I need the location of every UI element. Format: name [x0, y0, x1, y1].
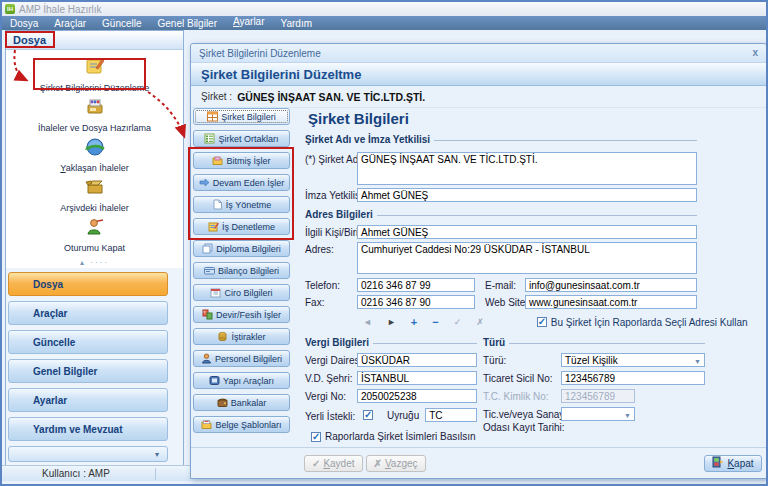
email-input[interactable]: info@gunesinsaat.com.tr [525, 278, 697, 292]
dialog-titlebar: Şirket Bilgilerini Düzenleme x [191, 44, 766, 63]
nav-prev-icon[interactable]: ◄ [363, 317, 372, 327]
group-address-title: Adres Bilgileri [305, 209, 697, 220]
company-name-input[interactable]: GÜNEŞ İNŞAAT SAN. VE TİC.LTD.ŞTİ. [357, 152, 697, 185]
machine-icon [209, 375, 220, 386]
contact-input[interactable]: Ahmet GÜNEŞ [357, 225, 697, 239]
sidebar: Dosya Şirket Bilgilerini Düzenleme İhale… [5, 30, 184, 467]
website-input[interactable]: www.gunesinsaat.com.tr [525, 295, 697, 309]
sidebar-item-label: Şirket Bilgilerini Düzenleme [40, 83, 150, 93]
section-overflow-chevron[interactable]: ▾ [8, 446, 168, 462]
company-row: Şirket : GÜNEŞ İNŞAAT SAN. VE TİC.LTD.ŞT… [191, 86, 766, 108]
contact-label: İlgili Kişi/Birim: [305, 225, 357, 238]
section-guncelle[interactable]: Güncelle [8, 330, 168, 354]
tab-belge-sablonlari[interactable]: Belge Şablonları [193, 416, 290, 433]
use-address-checkbox[interactable] [537, 317, 547, 327]
menu-genel-bilgiler[interactable]: Genel Bilgiler [150, 16, 225, 30]
section-ayarlar[interactable]: Ayarlar [8, 388, 168, 412]
sidebar-item-sirket-bilgileri[interactable]: Şirket Bilgilerini Düzenleme [6, 56, 183, 96]
close-icon[interactable]: x [752, 48, 758, 58]
tab-ciro-bilgileri[interactable]: Ciro Bilgileri [193, 284, 290, 301]
sidebar-item-arsivdeki-ihaleler[interactable]: Arşivdeki İhaleler [6, 176, 183, 216]
calendar-icon [210, 287, 221, 298]
tax-no-input[interactable]: 2050025238 [357, 389, 477, 403]
menu-araclar[interactable]: Araçlar [46, 16, 94, 30]
chamber-date-select[interactable]: ▼ [561, 407, 635, 421]
sidebar-item-ihaleler-dosya[interactable]: İhaleler ve Dosya Hazırlama [6, 96, 183, 136]
tc-id-input: 123456789 [561, 389, 635, 403]
tab-istirakler[interactable]: İştirakler [193, 328, 290, 345]
print-names-label: Raporlarda Şirket İsimleri Basılsın [325, 431, 476, 442]
sidebar-header: Dosya [6, 31, 183, 50]
tab-diploma-bilgileri[interactable]: Diploma Bilgileri [193, 240, 290, 257]
cancel-button[interactable]: ✗Vazgeç [366, 455, 426, 472]
tab-is-yonetme[interactable]: İş Yönetme [193, 196, 290, 213]
tab-personel-bilgileri[interactable]: Personel Bilgileri [193, 350, 290, 367]
tax-office-input[interactable]: ÜSKÜDAR [357, 353, 477, 367]
record-navigator: ◄ ► + − ✓ ✗ Bu Şirket İçin Raporlarda Se… [363, 316, 697, 328]
dialog-title: Şirket Bilgilerini Düzenleme [199, 48, 321, 59]
dialog-header-text: Şirket Bilgilerini Düzeltme [201, 67, 361, 82]
window-title: AMP İhale Hazırlık [19, 4, 102, 15]
tab-bitmis-isler[interactable]: Bitmiş İşler [193, 152, 290, 169]
nav-post-icon[interactable]: ✓ [454, 317, 462, 327]
edit-pad-icon [208, 221, 219, 232]
tab-sirket-ortaklari[interactable]: Şirket Ortakları [193, 130, 290, 147]
dialog-footer: ✓Kaydet ✗Vazgeç Kapat [191, 447, 766, 478]
email-label: E-mail: [485, 278, 525, 291]
wallet-icon [217, 397, 228, 408]
tab-bankalar[interactable]: Bankalar [193, 394, 290, 411]
status-user: Kullanıcı : AMP [42, 468, 110, 479]
menu-dosya[interactable]: Dosya [2, 16, 46, 30]
use-address-option[interactable]: Bu Şirket İçin Raporlarda Seçli Adresi K… [537, 317, 748, 328]
collapse-grip[interactable]: ▴ ···· [6, 256, 183, 268]
tc-id-label: T.C. Kimlik No: [483, 389, 561, 402]
tab-yapi-araclari[interactable]: Yapı Araçları [193, 372, 290, 389]
nav-cancel-icon[interactable]: ✗ [476, 317, 484, 327]
nav-add-icon[interactable]: + [411, 316, 417, 328]
page-title: Şirket Bilgileri [308, 110, 409, 127]
section-araclar[interactable]: Araçlar [8, 301, 168, 325]
svg-text:*: * [204, 311, 206, 316]
printer-icon [84, 96, 106, 122]
address-label: Adres: [305, 242, 357, 255]
menu-yardim[interactable]: Yardım [273, 16, 321, 30]
save-button[interactable]: ✓Kaydet [304, 455, 363, 472]
trade-registry-input[interactable]: 123456789 [561, 371, 705, 385]
tab-is-denetleme[interactable]: İş Denetleme [193, 218, 290, 235]
section-genel-bilgiler[interactable]: Genel Bilgiler [8, 359, 168, 383]
tax-city-input[interactable]: İSTANBUL [357, 371, 477, 385]
nav-delete-icon[interactable]: − [432, 316, 438, 328]
type-select[interactable]: Tüzel Kişilik▼ [561, 353, 705, 367]
company-name-label: (*) Şirket Adı: [305, 152, 357, 165]
fax-input[interactable]: 0216 346 87 90 [357, 295, 475, 309]
signer-input[interactable]: Ahmet GÜNEŞ [357, 188, 697, 202]
tab-bilanco-bilgileri[interactable]: Bilanço Bilgileri [193, 262, 290, 279]
tax-city-label: V.D. Şehri: [305, 371, 357, 384]
group-type-title: Türü [483, 337, 705, 348]
address-input[interactable]: Cumhuriyet Caddesi No:29 ÜSKÜDAR - İSTAN… [357, 242, 697, 274]
print-names-checkbox[interactable] [311, 432, 321, 442]
menu-guncelle[interactable]: Güncelle [94, 16, 149, 30]
phone-input[interactable]: 0216 346 87 99 [357, 278, 475, 292]
fax-label: Fax: [305, 295, 357, 308]
tab-devir-fesih-isler[interactable]: *Devir/Fesih İşler [193, 306, 290, 323]
nationality-input[interactable]: TC [425, 408, 477, 422]
group-tax-title: Vergi Bilgileri [305, 337, 477, 348]
domestic-bidder-checkbox[interactable] [363, 410, 373, 420]
tab-sirket-bilgileri[interactable]: Şirket Bilgileri [193, 108, 290, 125]
person-icon [201, 353, 212, 364]
tab-devam-eden-isler[interactable]: Devam Eden İşler [193, 174, 290, 191]
sidebar-item-label: Oturumu Kapat [64, 243, 125, 253]
close-button[interactable]: Kapat [704, 455, 762, 472]
app-window: IH AMP İhale Hazırlık Dosya Araçlar Günc… [0, 0, 768, 486]
section-yardim-mevzuat[interactable]: Yardım ve Mevzuat [8, 417, 168, 441]
coins-icon [217, 331, 228, 342]
section-dosya[interactable]: Dosya [8, 272, 168, 296]
sidebar-item-yaklasan-ihaleler[interactable]: Yaklaşan İhaleler [6, 136, 183, 176]
nav-next-icon[interactable]: ► [387, 317, 396, 327]
company-label: Şirket : [201, 91, 232, 102]
menu-ayarlar[interactable]: Ayarlar [225, 16, 273, 30]
menubar: Dosya Araçlar Güncelle Genel Bilgiler Ay… [2, 16, 766, 30]
sidebar-item-oturumu-kapat[interactable]: Oturumu Kapat [6, 216, 183, 256]
arrow-right-icon [199, 177, 210, 188]
